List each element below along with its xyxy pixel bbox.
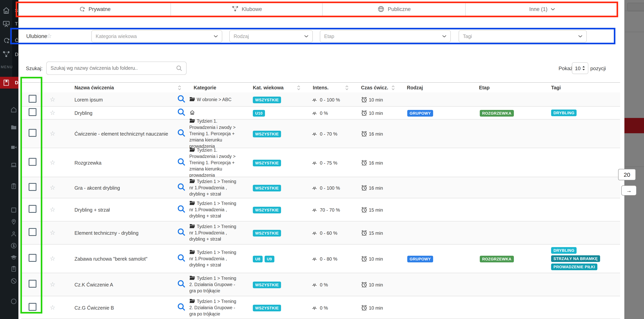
header-categories[interactable]: Kategorie: [194, 85, 216, 90]
favorite-star-icon[interactable]: ☆: [50, 109, 56, 116]
graduation-cap-icon[interactable]: [10, 254, 17, 260]
row-checkbox[interactable]: [28, 228, 36, 236]
favorite-star-icon[interactable]: ☆: [50, 159, 56, 166]
header-tags[interactable]: Tagi: [551, 85, 561, 90]
row-checkbox[interactable]: [28, 303, 36, 310]
category-path: Tydzien 1 > Trening nr 1.Prowadzenia , d…: [189, 178, 238, 197]
favorite-star-icon[interactable]: ☆: [50, 281, 56, 288]
folder-icon: [189, 118, 195, 123]
pin-icon[interactable]: [10, 219, 17, 225]
sidebar-item-library-active[interactable]: D: [0, 77, 18, 88]
time-value: 16 min: [369, 131, 383, 137]
row-checkbox[interactable]: [28, 129, 36, 137]
tab-klubowe[interactable]: Klubowe: [170, 2, 322, 16]
side-panel-value-box[interactable]: 20: [618, 169, 636, 180]
header-age[interactable]: Kat. wiekowa: [253, 85, 284, 90]
house-icon[interactable]: [10, 106, 17, 113]
home-icon: [2, 7, 10, 14]
search-input[interactable]: [47, 66, 176, 71]
table-row: ☆Cz.K Ćwiczenie ATydzien 1 > Trening 2. …: [21, 273, 620, 296]
filter-type-dropdown[interactable]: Rodzaj: [229, 30, 313, 42]
filter-tags-dropdown[interactable]: Tagi: [458, 30, 587, 42]
sort-icon[interactable]: [392, 85, 395, 90]
row-checkbox[interactable]: [28, 254, 36, 262]
favorite-star-icon[interactable]: ☆: [50, 130, 56, 137]
header-time[interactable]: Czas ćwicz.: [361, 85, 388, 90]
folder-icon[interactable]: [10, 124, 17, 130]
divider: [624, 166, 644, 167]
preview-magnifier-icon[interactable]: [177, 158, 186, 166]
sidebar-item-exercises[interactable]: Ć: [0, 34, 18, 47]
header-type[interactable]: Rodzaj: [407, 85, 423, 90]
sidebar-menu-heading: MENU: [1, 65, 13, 69]
sort-icon[interactable]: [178, 85, 181, 90]
intensity-value: 70 - 70 %: [320, 207, 340, 213]
intensity-icon: [312, 160, 319, 165]
preview-magnifier-icon[interactable]: [177, 254, 186, 262]
preview-magnifier-icon[interactable]: [177, 182, 186, 191]
preview-magnifier-icon[interactable]: [177, 205, 186, 213]
header-intensity[interactable]: Intens.: [313, 85, 329, 90]
table-row: ☆Cz.G Ćwiczenie BTydzien 1 > Trening 2. …: [21, 296, 620, 319]
row-checkbox[interactable]: [28, 108, 36, 116]
exercise-name: Zabawa ruchowa "berek samolot": [74, 256, 148, 262]
favorite-star-icon[interactable]: ☆: [50, 229, 56, 236]
table-row: ☆Zabawa ruchowa "berek samolot"Tydzien 1…: [21, 244, 620, 273]
page-size-stepper[interactable]: 10: [572, 62, 588, 74]
preview-magnifier-icon[interactable]: [177, 228, 186, 236]
preview-magnifier-icon[interactable]: [177, 94, 186, 103]
clipboard-icon[interactable]: [10, 266, 17, 272]
badge-grupowy: GRUPOWY: [407, 256, 433, 262]
person-icon[interactable]: [10, 231, 17, 237]
stepper-arrows-icon[interactable]: [582, 66, 585, 70]
dollar-icon[interactable]: [10, 242, 17, 249]
tab-publiczne[interactable]: Publiczne: [322, 2, 466, 16]
square-icon[interactable]: [10, 207, 17, 213]
row-checkbox[interactable]: [28, 158, 36, 166]
video-icon[interactable]: [10, 144, 17, 150]
favorite-star-icon[interactable]: ☆: [50, 184, 56, 191]
header-name[interactable]: Nazwa ćwiczenia: [74, 85, 114, 90]
sidebar-item-home[interactable]: S: [0, 4, 18, 17]
intensity-icon: [312, 256, 319, 262]
favorite-star-icon[interactable]: ☆: [50, 304, 56, 310]
preview-magnifier-icon[interactable]: [177, 302, 186, 311]
intensity-icon: [312, 207, 319, 212]
header-stage[interactable]: Etap: [479, 85, 490, 90]
circle-icon[interactable]: [10, 298, 17, 304]
sort-icon[interactable]: [297, 85, 300, 90]
next-arrow-button[interactable]: →: [621, 185, 636, 196]
badge-prowadzenie-pi-ki: PROWADZENIE PIŁKI: [551, 264, 597, 270]
sort-icon[interactable]: [345, 85, 348, 90]
sidebar-item-presentation[interactable]: T: [0, 17, 18, 30]
preview-magnifier-icon[interactable]: [177, 129, 186, 137]
row-checkbox[interactable]: [28, 205, 36, 213]
folder-icon: [189, 147, 195, 152]
filter-stage-dropdown[interactable]: Etap: [320, 30, 451, 42]
favorite-star-icon[interactable]: ☆: [50, 206, 56, 213]
favorite-star-icon[interactable]: ☆: [46, 33, 52, 39]
row-checkbox[interactable]: [28, 280, 36, 288]
filter-age-category-dropdown[interactable]: Kategoria wiekowa: [91, 30, 222, 42]
intensity-value: 0 %: [320, 282, 328, 288]
sidebar-item-team[interactable]: D: [0, 48, 18, 61]
table-header: Nazwa ćwiczenia Kategorie Kat. wiekowa I…: [21, 82, 620, 93]
category-path: Tydzien 1 > Trening nr 1.Prowadzenia , d…: [189, 200, 238, 219]
row-checkbox[interactable]: [28, 95, 36, 102]
ban-icon[interactable]: [10, 278, 17, 284]
badge-wszystkie: WSZYSTKIE: [253, 160, 281, 166]
badge-wszystkie: WSZYSTKIE: [253, 96, 281, 103]
laptop-icon[interactable]: [10, 162, 17, 168]
preview-magnifier-icon[interactable]: [177, 280, 186, 288]
favorite-star-icon[interactable]: ☆: [50, 96, 56, 102]
preview-magnifier-icon[interactable]: [177, 108, 186, 116]
row-checkbox[interactable]: [28, 183, 36, 191]
favorite-star-icon[interactable]: ☆: [50, 255, 56, 262]
category-path: [189, 110, 238, 116]
tab-prywatne[interactable]: Prywatne: [18, 2, 170, 16]
clipboard-icon[interactable]: [10, 183, 17, 189]
badge-drybling: DRYBLING: [551, 247, 577, 254]
tab-inne[interactable]: Inne (1): [465, 2, 618, 16]
badge-rozgrzewka: ROZGRZEWKA: [480, 110, 514, 116]
globe-icon: [378, 6, 384, 12]
